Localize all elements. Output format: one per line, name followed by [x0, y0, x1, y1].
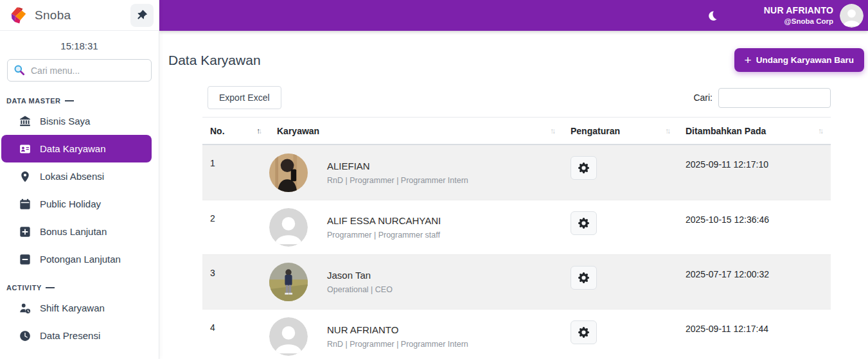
minus-square-icon	[19, 254, 31, 265]
sidebar-item-bonus-lanjutan[interactable]: Bonus Lanjutan	[0, 218, 159, 245]
export-excel-button[interactable]: Export Excel	[208, 86, 281, 109]
added-date: 2025-09-11 12:17:44	[678, 310, 831, 359]
added-date: 2025-09-11 12:17:10	[678, 145, 831, 200]
sidebar-item-lokasi-absensi[interactable]: Lokasi Absensi	[0, 162, 159, 190]
column-header-pengaturan[interactable]: Pengaturan ↑↓	[563, 118, 678, 144]
plus-icon: +	[745, 54, 752, 66]
map-pin-icon	[19, 171, 31, 182]
sidebar-item-label: Data Presensi	[40, 330, 100, 341]
employee-info: Jason Tan Operational | CEO	[327, 270, 393, 294]
brand-name: Snoba	[35, 8, 130, 22]
table-search: Cari:	[693, 88, 831, 108]
plus-square-icon	[19, 226, 31, 238]
sort-icon: ↑↓	[256, 127, 261, 136]
pin-sidebar-button[interactable]	[130, 4, 154, 27]
settings-cell	[563, 200, 678, 254]
row-number: 4	[202, 310, 269, 359]
employee-cell: Jason Tan Operational | CEO	[269, 255, 563, 309]
row-settings-button[interactable]	[571, 320, 597, 344]
employee-role: Operational | CEO	[327, 285, 393, 294]
user-name: NUR AFRIANTO	[764, 5, 833, 17]
table-row: 1	[202, 145, 831, 200]
dark-mode-toggle[interactable]	[707, 10, 718, 21]
sort-icon: ↑↓	[818, 127, 823, 136]
sidebar-item-label: Bonus Lanjutan	[40, 226, 107, 237]
search-icon	[13, 64, 25, 76]
section-dash	[46, 287, 55, 289]
pushpin-icon	[137, 10, 148, 21]
sidebar-item-label: Shift Karyawan	[40, 302, 105, 313]
employee-role: Programmer | Programmer staff	[327, 231, 441, 240]
search-input[interactable]	[7, 59, 152, 82]
section-dash	[65, 100, 74, 102]
id-card-icon	[19, 143, 31, 155]
row-settings-button[interactable]	[571, 266, 597, 290]
topbar: NUR AFRIANTO @Snoba Corp	[159, 0, 868, 31]
employee-info: NUR AFRIANTO RnD | Programmer | Programm…	[327, 324, 468, 349]
main-content: Data Karyawan + Undang Karyawan Baru Exp…	[159, 31, 868, 359]
section-label-activity: ACTIVITY	[6, 284, 159, 292]
invite-employee-button[interactable]: + Undang Karyawan Baru	[734, 48, 864, 72]
sidebar-item-label: Data Karyawan	[40, 143, 106, 154]
gear-icon	[578, 272, 589, 283]
settings-cell	[563, 310, 678, 359]
column-header-karyawan[interactable]: Karyawan ↑↓	[269, 118, 563, 144]
table-toolbar: Export Excel Cari:	[202, 86, 831, 109]
default-avatar-icon	[840, 4, 864, 28]
employee-name: NUR AFRIANTO	[327, 324, 468, 335]
sidebar-item-data-presensi[interactable]: Data Presensi	[0, 322, 159, 349]
user-clock-icon	[19, 302, 31, 314]
gear-icon	[578, 327, 589, 338]
employee-name: Jason Tan	[327, 270, 393, 281]
column-header-no[interactable]: No. ↑↓	[202, 118, 269, 144]
gear-icon	[578, 162, 589, 173]
section-label-data-master: DATA MASTER	[6, 97, 159, 105]
row-number: 3	[202, 255, 269, 309]
user-avatar[interactable]	[840, 4, 864, 28]
sidebar-item-potongan-lanjutan[interactable]: Potongan Lanjutan	[0, 245, 159, 273]
menu-search	[7, 59, 152, 82]
gear-icon	[578, 218, 589, 229]
sort-icon: ↑↓	[665, 127, 670, 136]
employee-cell: ALIEFIAN RnD | Programmer | Programmer I…	[269, 145, 563, 200]
user-menu[interactable]: NUR AFRIANTO @Snoba Corp	[764, 5, 833, 26]
table-row: 2 ALIF ESSA NURCAHYANI	[202, 200, 831, 254]
snoba-logo-icon	[9, 6, 28, 25]
sidebar-item-public-holiday[interactable]: Public Holiday	[0, 190, 159, 218]
table-header-row: No. ↑↓ Karyawan ↑↓ Pengaturan ↑↓ Ditamba…	[202, 118, 831, 145]
user-org: @Snoba Corp	[764, 17, 833, 26]
sidebar: Snoba 15:18:31 DATA MASTER	[0, 0, 159, 359]
column-header-ditambahkan-pada[interactable]: Ditambahkan Pada ↑↓	[678, 118, 831, 144]
moon-icon	[707, 10, 718, 21]
bank-icon	[19, 116, 31, 127]
table-search-label: Cari:	[693, 92, 713, 103]
sidebar-item-label: Public Holiday	[40, 198, 101, 209]
row-settings-button[interactable]	[571, 211, 597, 235]
employee-info: ALIF ESSA NURCAHYANI Programmer | Progra…	[327, 215, 441, 240]
row-number: 2	[202, 200, 269, 254]
employee-photo	[269, 208, 308, 247]
table-row: 3	[202, 254, 831, 309]
employee-table: No. ↑↓ Karyawan ↑↓ Pengaturan ↑↓ Ditamba…	[202, 117, 831, 359]
employee-info: ALIEFIAN RnD | Programmer | Programmer I…	[327, 161, 468, 185]
settings-cell	[563, 255, 678, 309]
employee-role: RnD | Programmer | Programmer Intern	[327, 340, 468, 349]
sidebar-item-data-karyawan[interactable]: Data Karyawan	[1, 135, 152, 162]
sidebar-item-label: Potongan Lanjutan	[40, 254, 121, 265]
settings-cell	[563, 145, 678, 200]
sidebar-header: Snoba	[0, 0, 159, 31]
sidebar-item-label: Lokasi Absensi	[40, 171, 104, 182]
employee-name: ALIEFIAN	[327, 161, 468, 171]
sort-icon: ↑↓	[550, 127, 555, 136]
row-settings-button[interactable]	[571, 156, 597, 180]
table-body: 1	[202, 145, 831, 359]
sidebar-item-shift-karyawan[interactable]: Shift Karyawan	[0, 294, 159, 322]
employee-photo	[269, 153, 308, 192]
table-search-input[interactable]	[718, 88, 831, 108]
employee-table-card: Export Excel Cari: No. ↑↓ Karyawan ↑↓	[202, 86, 831, 359]
clock-icon	[19, 330, 31, 342]
sidebar-item-bisnis-saya[interactable]: Bisnis Saya	[0, 107, 159, 135]
employee-cell: NUR AFRIANTO RnD | Programmer | Programm…	[269, 310, 563, 359]
added-date: 2025-07-17 12:00:32	[678, 255, 831, 309]
sidebar-item-label: Bisnis Saya	[40, 116, 90, 127]
